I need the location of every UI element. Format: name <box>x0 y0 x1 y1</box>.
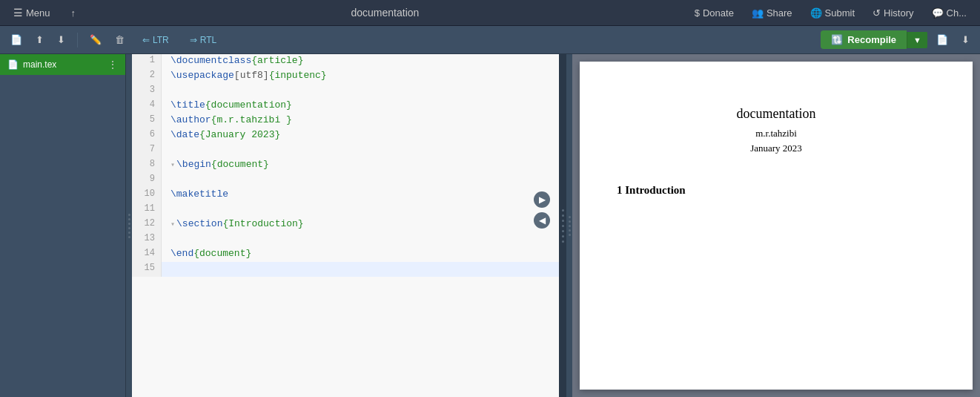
line-number: 13 <box>132 232 162 247</box>
code-line: 5\author{m.r.tahzibi } <box>132 114 559 128</box>
fold-arrow-icon[interactable]: ▾ <box>170 160 175 169</box>
nav-arrow-left[interactable]: ◀ <box>534 212 550 229</box>
file-panel: 📄 main.tex ⋮ <box>0 54 126 397</box>
line-content: \end{document} <box>162 247 559 262</box>
code-line: 8▾\begin{document} <box>132 158 559 173</box>
top-nav-left: ☰ Menu ↑ <box>6 4 83 22</box>
line-number: 2 <box>132 69 162 84</box>
r-handle-dot-3 <box>569 225 571 227</box>
div-dot-3 <box>562 220 564 222</box>
line-number: 8 <box>132 158 162 173</box>
edit-button[interactable]: ✏️ <box>85 32 106 47</box>
code-editor[interactable]: 1\documentclass{article}2\usepackage[utf… <box>132 54 559 397</box>
rtl-icon: ⇒ <box>190 35 197 45</box>
right-side-handle <box>566 54 572 397</box>
div-dot-5 <box>562 230 564 232</box>
dollar-icon: $ <box>695 7 700 19</box>
line-content: \usepackage[utf8]{inputenc} <box>162 69 559 84</box>
file-more-icon[interactable]: ⋮ <box>107 59 118 70</box>
share-button[interactable]: 👥 Share <box>744 4 800 22</box>
line-number: 6 <box>132 128 162 143</box>
r-handle-dot-1 <box>569 216 571 218</box>
left-side-handle <box>126 54 132 397</box>
line-content: ▾\section{Introduction} <box>162 217 559 232</box>
upload-icon: ↑ <box>71 7 76 19</box>
code-line: 12▾\section{Introduction} <box>132 217 559 232</box>
donate-button[interactable]: $ Donate <box>687 4 741 22</box>
code-line: 2\usepackage[utf8]{inputenc} <box>132 69 559 84</box>
code-line: 14\end{document} <box>132 247 559 262</box>
line-content: \date{January 2023} <box>162 128 559 143</box>
upload-file-icon: ⬆ <box>36 34 44 45</box>
nav-arrow-right[interactable]: ▶ <box>534 191 550 208</box>
file-item-main[interactable]: 📄 main.tex ⋮ <box>0 54 125 75</box>
chat-icon: 💬 <box>932 7 944 19</box>
chevron-down-icon: ▼ <box>913 36 921 45</box>
recompile-dropdown-button[interactable]: ▼ <box>907 32 927 48</box>
editor-divider[interactable] <box>559 54 566 397</box>
div-dot-6 <box>562 235 564 237</box>
pencil-icon: ✏️ <box>90 34 102 45</box>
trash-icon: 🗑 <box>115 34 125 45</box>
top-nav-bar: ☰ Menu ↑ documentation $ Donate 👥 Share … <box>0 0 980 26</box>
chat-button[interactable]: 💬 Ch... <box>924 4 974 22</box>
pdf-title: documentation <box>737 106 816 122</box>
document-title: documentation <box>86 7 684 19</box>
line-number: 14 <box>132 247 162 262</box>
line-number: 7 <box>132 143 162 158</box>
div-dot-2 <box>562 214 564 217</box>
code-line: 7 <box>132 143 559 158</box>
line-number: 11 <box>132 203 162 217</box>
div-dot-1 <box>562 209 564 211</box>
div-dot-4 <box>562 225 564 227</box>
new-file-button[interactable]: 📄 <box>6 32 27 47</box>
pdf-section: 1 Introduction <box>617 184 936 197</box>
handle-dot-6 <box>128 236 130 238</box>
ltr-icon: ⇐ <box>142 35 150 45</box>
line-content: \author{m.r.tahzibi } <box>162 114 559 128</box>
pdf-button[interactable]: 📄 <box>932 32 953 47</box>
pdf-page: documentation m.r.tahzibi January 2023 1… <box>580 62 973 390</box>
editor-area: 1\documentclass{article}2\usepackage[utf… <box>132 54 559 397</box>
history-icon: ↺ <box>873 7 881 19</box>
code-line: 6\date{January 2023} <box>132 128 559 143</box>
menu-icon: ☰ <box>13 7 23 19</box>
rtl-button[interactable]: ⇒ RTL <box>184 33 222 47</box>
line-number: 10 <box>132 188 162 203</box>
fold-arrow-icon[interactable]: ▾ <box>170 220 175 229</box>
download-pdf-button[interactable]: ⬇ <box>957 32 974 47</box>
submit-icon: 🌐 <box>810 7 822 19</box>
recompile-group: 🔃 Recompile ▼ <box>821 30 927 49</box>
menu-button[interactable]: ☰ Menu <box>6 4 58 22</box>
line-content <box>162 143 559 158</box>
line-number: 12 <box>132 217 162 232</box>
recompile-button[interactable]: 🔃 Recompile <box>821 30 907 49</box>
line-content <box>162 262 559 277</box>
code-line: 15 <box>132 262 559 277</box>
history-button[interactable]: ↺ History <box>865 4 921 22</box>
handle-dot-4 <box>128 227 130 229</box>
new-file-icon: 📄 <box>10 34 22 45</box>
download-button[interactable]: ⬇ <box>53 32 70 47</box>
upload-file-button[interactable]: ⬆ <box>31 32 48 47</box>
div-dot-7 <box>562 240 564 243</box>
line-number: 1 <box>132 54 162 69</box>
line-number: 9 <box>132 173 162 188</box>
submit-button[interactable]: 🌐 Submit <box>803 4 862 22</box>
file-icon: 📄 <box>7 59 19 70</box>
file-name: main.tex <box>23 59 56 70</box>
handle-dot-3 <box>128 223 130 225</box>
line-number: 5 <box>132 114 162 128</box>
r-handle-dot-2 <box>569 220 571 223</box>
line-content: \maketitle <box>162 188 559 203</box>
upload-button[interactable]: ↑ <box>64 4 84 22</box>
delete-button[interactable]: 🗑 <box>110 32 129 47</box>
line-content <box>162 203 559 217</box>
line-content <box>162 173 559 188</box>
ltr-button[interactable]: ⇐ LTR <box>136 33 175 47</box>
refresh-icon: 🔃 <box>831 34 843 45</box>
toolbar-middle: ⇐ LTR ⇒ RTL <box>136 33 816 47</box>
code-line: 10\maketitle <box>132 188 559 203</box>
code-line: 13 <box>132 232 559 247</box>
code-line: 1\documentclass{article} <box>132 54 559 69</box>
